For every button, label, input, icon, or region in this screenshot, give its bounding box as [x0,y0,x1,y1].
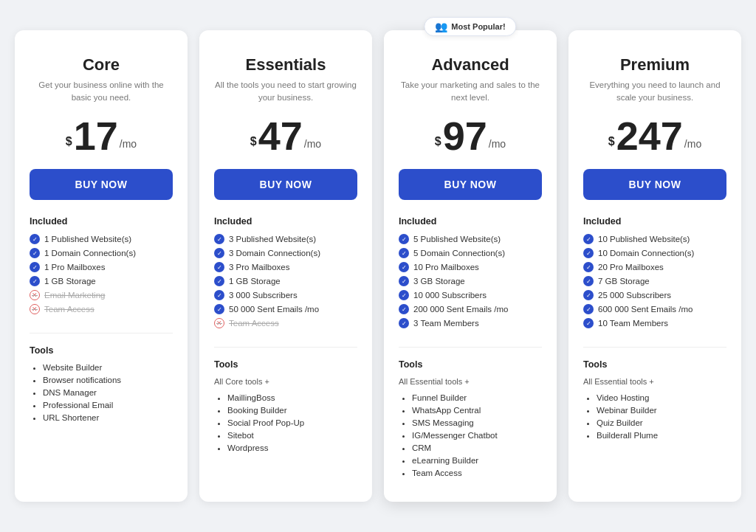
included-item: ✓600 000 Sent Emails /mo [583,304,726,314]
check-icon: ✓ [214,304,224,314]
tools-title-advanced: Tools [399,359,542,370]
included-item: ✕Team Access [214,318,357,328]
plan-title-advanced: Advanced [399,55,542,75]
included-item: ✓10 Team Members [583,318,726,328]
cross-icon: ✕ [30,304,40,314]
tools-list-core: Website BuilderBrowser notificationsDNS … [30,363,173,426]
plan-title-essentials: Essentials [214,55,357,75]
buy-now-button-core[interactable]: BUY NOW [30,169,173,200]
tool-item: Quiz Builder [597,418,726,427]
check-icon: ✓ [30,262,40,272]
tool-item: Sitebot [227,431,357,440]
check-icon: ✓ [399,290,409,300]
price-amount-premium: 247 [616,116,683,156]
included-item: ✓10 Published Website(s) [583,234,726,244]
check-icon: ✓ [214,276,224,286]
included-item: ✕Email Marketing [30,290,173,300]
check-icon: ✓ [30,234,40,244]
price-amount-essentials: 47 [258,116,303,156]
plan-price-premium: $ 247 /mo [583,116,726,156]
included-item: ✓20 Pro Mailboxes [583,262,726,272]
tool-item: eLearning Builder [412,456,542,465]
included-item: ✓1 Published Website(s) [30,234,173,244]
price-period-premium: /mo [684,138,701,150]
cross-icon: ✕ [214,318,224,328]
included-item: ✓1 Pro Mailboxes [30,262,173,272]
tool-item: MaillingBoss [227,393,357,402]
included-title-essentials: Included [214,216,357,227]
price-period-essentials: /mo [304,138,321,150]
included-item: ✓50 000 Sent Emails /mo [214,304,357,314]
included-item: ✕Team Access [30,304,173,314]
included-title-premium: Included [583,216,726,227]
plan-card-premium: PremiumEverything you need to launch and… [568,30,741,502]
plan-description-core: Get your business online with the basic … [30,79,173,105]
price-dollar-premium: $ [608,135,615,148]
buy-now-button-advanced[interactable]: BUY NOW [399,169,542,200]
check-icon: ✓ [399,262,409,272]
included-item: ✓3 Domain Connection(s) [214,248,357,258]
included-item: ✓3 000 Subscribers [214,290,357,300]
included-item: ✓5 Domain Connection(s) [399,248,542,258]
pricing-container: CoreGet your business online with the ba… [15,30,741,502]
plan-card-advanced: 👥 Most Popular! AdvancedTake your market… [384,30,557,502]
tools-list-premium: Video HostingWebinar BuilderQuiz Builder… [583,393,726,443]
plan-card-essentials: EssentialsAll the tools you need to star… [199,30,372,502]
included-item: ✓3 Pro Mailboxes [214,262,357,272]
tool-item: CRM [412,443,542,452]
included-item: ✓1 GB Storage [214,276,357,286]
tool-item: SMS Messaging [412,418,542,427]
tool-item: Funnel Builder [412,393,542,402]
check-icon: ✓ [583,262,594,272]
buy-now-button-essentials[interactable]: BUY NOW [214,169,357,200]
tool-item: Professional Email [43,401,173,410]
check-icon: ✓ [583,318,594,328]
check-icon: ✓ [583,304,594,314]
price-dollar-advanced: $ [435,135,441,148]
tool-item: Booking Builder [227,406,357,415]
included-item: ✓3 GB Storage [399,276,542,286]
divider [214,347,357,348]
check-icon: ✓ [214,234,224,244]
most-popular-icon: 👥 [435,21,447,32]
included-item: ✓5 Published Website(s) [399,234,542,244]
tool-item: Team Access [412,469,542,477]
check-icon: ✓ [583,290,594,300]
included-item: ✓1 GB Storage [30,276,173,286]
most-popular-badge: 👥 Most Popular! [424,17,516,36]
tool-item: Wordpress [227,443,357,452]
check-icon: ✓ [399,304,409,314]
check-icon: ✓ [583,248,594,258]
check-icon: ✓ [399,276,409,286]
price-dollar-core: $ [66,135,72,148]
cross-icon: ✕ [30,290,40,300]
tools-subtitle-premium: All Essential tools + [583,377,726,386]
tool-item: URL Shortener [43,413,173,422]
included-item: ✓10 Pro Mailboxes [399,262,542,272]
price-amount-core: 17 [74,116,118,156]
buy-now-button-premium[interactable]: BUY NOW [583,169,726,200]
divider [399,347,542,348]
included-list-premium: ✓10 Published Website(s)✓10 Domain Conne… [583,234,726,332]
tools-title-core: Tools [30,345,173,356]
plan-price-core: $ 17 /mo [30,116,173,156]
tools-title-essentials: Tools [214,359,357,370]
included-list-core: ✓1 Published Website(s)✓1 Domain Connect… [30,234,173,318]
tools-list-essentials: MaillingBossBooking BuilderSocial Proof … [214,393,357,456]
tools-list-advanced: Funnel BuilderWhatsApp CentralSMS Messag… [399,393,542,481]
tool-item: IG/Messenger Chatbot [412,431,542,440]
included-item: ✓7 GB Storage [583,276,726,286]
check-icon: ✓ [214,290,224,300]
check-icon: ✓ [399,318,409,328]
tool-item: Webinar Builder [597,406,726,415]
plan-price-advanced: $ 97 /mo [399,116,542,156]
check-icon: ✓ [583,234,594,244]
plan-description-essentials: All the tools you need to start growing … [214,79,357,105]
tools-subtitle-essentials: All Core tools + [214,377,357,386]
check-icon: ✓ [399,248,409,258]
divider [30,333,173,334]
included-item: ✓200 000 Sent Emails /mo [399,304,542,314]
included-title-core: Included [30,216,173,227]
tool-item: Website Builder [43,363,173,372]
plan-title-core: Core [30,55,173,75]
